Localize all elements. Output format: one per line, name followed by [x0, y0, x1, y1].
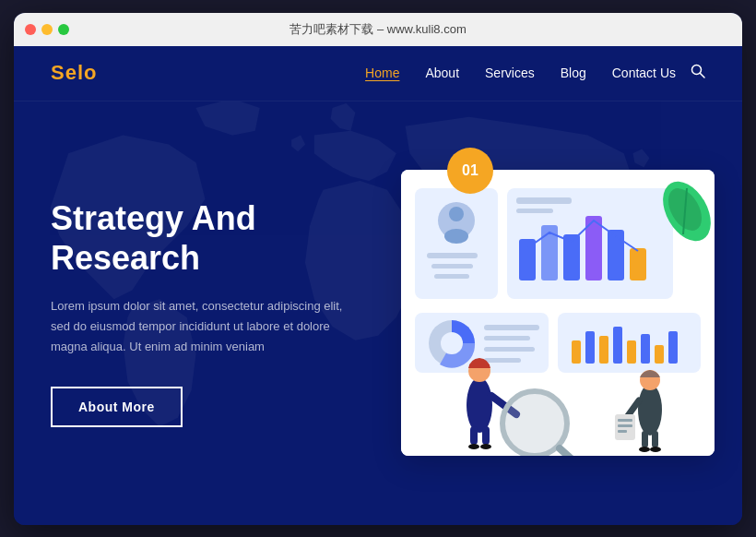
hero-description: Lorem ipsum dolor sit amet, consectetur … [51, 296, 346, 357]
nav-link-services[interactable]: Services [485, 66, 535, 80]
nav-link-home[interactable]: Home [365, 66, 399, 80]
svg-rect-50 [652, 431, 658, 448]
site-logo[interactable]: Selo [51, 61, 97, 85]
svg-rect-11 [516, 197, 572, 204]
about-more-button[interactable]: About More [51, 387, 183, 427]
svg-point-52 [650, 447, 661, 452]
svg-point-42 [468, 444, 479, 449]
svg-rect-31 [585, 331, 595, 364]
svg-point-24 [441, 332, 463, 354]
svg-point-43 [480, 444, 491, 449]
nav-item-contact[interactable]: Contact Us [612, 65, 676, 81]
svg-rect-26 [484, 336, 530, 340]
hero-section: Strategy And Research Lorem ipsum dolor … [14, 101, 742, 525]
slide-badge: 01 [447, 148, 493, 194]
svg-rect-41 [482, 426, 490, 445]
page-content: Selo Home About Services Blog Contact Us [14, 46, 742, 525]
svg-rect-27 [484, 347, 535, 352]
browser-window: 苦力吧素材下载 – www.kuli8.com [14, 13, 742, 525]
traffic-light-fullscreen[interactable] [58, 24, 69, 35]
svg-rect-57 [618, 430, 627, 433]
traffic-light-minimize[interactable] [41, 24, 53, 35]
svg-rect-37 [668, 331, 678, 364]
svg-rect-49 [642, 431, 648, 448]
svg-rect-32 [599, 336, 608, 364]
svg-rect-55 [618, 419, 632, 422]
svg-rect-36 [655, 345, 664, 364]
hero-title: Strategy And Research [51, 198, 383, 278]
svg-rect-35 [641, 334, 650, 364]
svg-rect-7 [427, 253, 478, 258]
search-icon[interactable] [691, 64, 705, 82]
illustration-card [401, 170, 715, 456]
illustration-svg [401, 170, 715, 456]
svg-line-1 [701, 74, 705, 78]
svg-rect-17 [608, 230, 624, 280]
nav-link-about[interactable]: About [425, 66, 459, 80]
nav-item-about[interactable]: About [425, 65, 459, 81]
nav-item-blog[interactable]: Blog [561, 65, 586, 81]
svg-rect-56 [618, 424, 632, 427]
svg-rect-40 [470, 426, 478, 445]
svg-point-51 [639, 447, 650, 452]
browser-title: 苦力吧素材下载 – www.kuli8.com [289, 21, 466, 38]
traffic-light-close[interactable] [25, 24, 36, 35]
navbar: Selo Home About Services Blog Contact Us [14, 46, 742, 101]
nav-item-home[interactable]: Home [365, 65, 399, 81]
hero-left: Strategy And Research Lorem ipsum dolor … [51, 198, 401, 428]
hero-right: 01 [401, 101, 715, 525]
svg-rect-25 [484, 325, 539, 330]
svg-rect-28 [484, 358, 521, 363]
nav-link-contact[interactable]: Contact Us [612, 66, 676, 80]
nav-link-blog[interactable]: Blog [561, 66, 586, 80]
nav-links: Home About Services Blog Contact Us [365, 65, 676, 81]
svg-point-38 [467, 377, 492, 433]
browser-titlebar: 苦力吧素材下载 – www.kuli8.com [14, 13, 742, 46]
svg-point-47 [638, 384, 662, 436]
svg-rect-30 [572, 340, 581, 364]
svg-point-6 [444, 229, 468, 244]
nav-item-services[interactable]: Services [485, 65, 535, 81]
svg-point-5 [449, 207, 464, 221]
svg-rect-33 [613, 327, 622, 364]
svg-rect-12 [516, 209, 553, 213]
svg-rect-18 [630, 248, 646, 280]
svg-rect-34 [627, 340, 636, 364]
svg-rect-8 [431, 264, 473, 268]
svg-rect-9 [434, 274, 469, 279]
